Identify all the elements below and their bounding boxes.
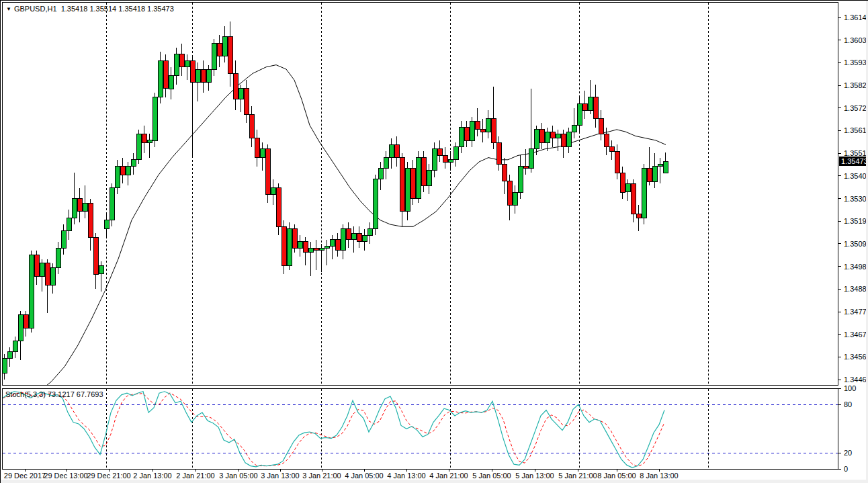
time-axis-label: 4 Jan 13:00	[387, 472, 426, 480]
price-axis-label: 1.35510	[844, 149, 868, 157]
candle-bull	[577, 103, 582, 125]
candle-bear	[400, 158, 404, 212]
candle-bull	[642, 169, 646, 218]
candle-bear	[249, 114, 254, 138]
candle-bull	[2, 358, 7, 374]
indicator-name: Stoch(5,3,3)	[5, 390, 46, 398]
stoch-panel-bg[interactable]	[2, 388, 838, 470]
candle-bull	[271, 188, 275, 195]
candle-bull	[185, 60, 189, 67]
candle-bull	[40, 263, 44, 276]
time-axis-label: 4 Jan 21:00	[429, 472, 468, 480]
candle-bull	[625, 183, 630, 192]
candle-bear	[292, 229, 297, 249]
candle-bull	[518, 167, 523, 193]
candle-bear	[233, 73, 238, 99]
candle-bull	[453, 147, 458, 160]
price-axis-label: 1.35615	[844, 126, 868, 134]
candle-bear	[631, 183, 636, 214]
candle-bull	[238, 89, 243, 99]
candle-bear	[421, 158, 426, 186]
candle-bull	[459, 128, 464, 147]
indicator-label: Stoch(5,3,3) 73.1217 67.7693	[5, 390, 103, 398]
time-axis-label: 2 Jan 13:00	[133, 472, 172, 480]
candle-bull	[324, 246, 329, 248]
window-edge-bottom	[1, 480, 868, 483]
candle-bear	[255, 138, 259, 158]
symbol-dropdown-icon[interactable]: ▼	[6, 6, 11, 12]
chart-window: ▼GBPUSD,H1 1.35418 1.35514 1.35418 1.354…	[0, 0, 868, 483]
candle-bull	[29, 255, 34, 328]
candle-bear	[464, 128, 469, 140]
price-axis-label: 1.35195	[844, 217, 868, 225]
stoch-axis-label: 20	[844, 449, 852, 457]
candle-bear	[190, 60, 195, 82]
price-axis-label: 1.36035	[844, 36, 868, 44]
candle-bear	[357, 233, 361, 242]
candle-bear	[265, 149, 270, 194]
price-axis-label: 1.35930	[844, 58, 868, 67]
candle-bear	[561, 134, 566, 146]
candle-bull	[18, 315, 23, 341]
candle-bear	[335, 240, 340, 251]
candle-bull	[351, 233, 356, 240]
candle-bull	[658, 164, 662, 166]
candle-bear	[88, 203, 93, 237]
candle-bear	[443, 155, 447, 162]
candle-bear	[647, 169, 652, 181]
price-axis-label: 1.34880	[844, 285, 868, 293]
candle-bull	[384, 158, 388, 169]
candle-bear	[163, 60, 168, 89]
price-axis-label: 1.35720	[844, 104, 868, 112]
price-axis-label: 1.35300	[844, 195, 868, 203]
candle-bull	[61, 231, 66, 249]
candle-bear	[281, 226, 286, 265]
candle-bear	[34, 255, 39, 276]
candle-bull	[319, 248, 324, 250]
candlestick-plot[interactable]	[1, 1, 868, 483]
candle-bear	[93, 237, 98, 274]
time-axis-label: 5 Jan 21:00	[558, 472, 597, 480]
candle-bull	[448, 160, 453, 162]
candle-bull	[405, 169, 410, 212]
candle-bull	[110, 188, 114, 220]
candle-bull	[169, 76, 173, 89]
candle-bull	[378, 169, 383, 179]
price-axis-label: 1.34460	[844, 376, 868, 384]
price-axis-label: 1.35090	[844, 240, 868, 248]
candle-bull	[534, 130, 539, 149]
candle-bull	[389, 144, 394, 157]
candle-bull	[126, 167, 130, 175]
time-axis-label: 3 Jan 21:00	[302, 472, 341, 480]
candle-bull	[174, 54, 179, 76]
candle-bull	[153, 97, 157, 140]
candle-bull	[136, 134, 141, 160]
candle-bear	[636, 214, 641, 218]
candle-bull	[67, 218, 71, 231]
candle-bull	[529, 149, 533, 169]
candle-bear	[491, 119, 496, 142]
candle-bull	[308, 248, 313, 252]
candle-bear	[244, 89, 249, 115]
candle-bear	[550, 132, 555, 138]
candle-bear	[593, 97, 598, 119]
indicator-values: 73.1217 67.7693	[48, 390, 103, 398]
time-axis-label: 3 Jan 13:00	[261, 472, 300, 480]
candle-bull	[566, 132, 571, 147]
candle-bull	[72, 199, 77, 218]
price-axis-label: 1.34670	[844, 331, 868, 339]
candle-bull	[50, 267, 55, 285]
candle-bull	[7, 352, 12, 359]
candle-bull	[486, 119, 490, 132]
candle-bull	[362, 235, 367, 242]
candle-bear	[604, 134, 609, 146]
ohlc-values: 1.35418 1.35514 1.35418 1.35473	[61, 5, 174, 13]
candle-bull	[556, 134, 560, 138]
price-axis-label: 1.35825	[844, 81, 868, 89]
candle-bull	[373, 179, 378, 229]
time-axis-label: 29 Dec 13:00	[44, 472, 87, 480]
candle-bear	[609, 147, 614, 151]
candle-bear	[179, 54, 184, 67]
candle-bull	[572, 126, 576, 132]
candle-bear	[582, 103, 587, 110]
